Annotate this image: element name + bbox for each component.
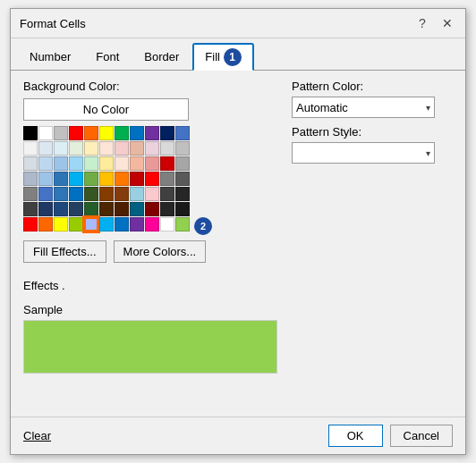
color-cell[interactable] (160, 202, 174, 216)
tab-fill[interactable]: Fill 1 (192, 43, 253, 71)
color-cell[interactable] (175, 187, 190, 201)
color-cell[interactable] (69, 172, 83, 186)
clear-button[interactable]: Clear (23, 429, 51, 442)
color-cell[interactable] (84, 202, 98, 216)
color-cell[interactable] (115, 156, 129, 171)
color-cell[interactable] (160, 217, 174, 232)
color-cell[interactable] (115, 187, 129, 201)
color-cell[interactable] (69, 156, 83, 171)
color-cell[interactable] (23, 217, 38, 232)
fill-effects-button[interactable]: Fill Effects... (23, 240, 106, 263)
color-cell[interactable] (54, 156, 68, 171)
color-cell[interactable] (175, 156, 190, 171)
color-cell[interactable] (84, 126, 98, 140)
color-cell[interactable] (115, 141, 129, 156)
pattern-color-label: Pattern Color: (292, 80, 453, 93)
format-cells-dialog: Format Cells ? ✕ Number Font Border Fill… (10, 8, 466, 455)
color-cell[interactable] (84, 156, 98, 171)
pattern-style-dropdown[interactable]: ▾ (292, 142, 435, 164)
color-cell[interactable] (130, 141, 144, 156)
color-cell[interactable] (145, 156, 159, 171)
color-cell-selected[interactable] (84, 217, 98, 232)
color-cell[interactable] (54, 141, 68, 156)
color-cell[interactable] (175, 141, 190, 156)
color-cell[interactable] (145, 141, 159, 156)
color-cell[interactable] (160, 156, 174, 171)
color-cell[interactable] (38, 156, 53, 171)
color-cell[interactable] (54, 172, 68, 186)
effects-label: Effects . (23, 279, 277, 292)
color-cell[interactable] (130, 172, 144, 186)
color-cell[interactable] (23, 156, 38, 171)
color-row-6 (23, 202, 277, 216)
color-cell[interactable] (23, 126, 38, 140)
color-cell[interactable] (23, 141, 38, 156)
color-cell[interactable] (99, 172, 114, 186)
color-cell[interactable] (160, 141, 174, 156)
color-cell[interactable] (54, 126, 68, 140)
tab-border[interactable]: Border (132, 43, 191, 71)
color-cell[interactable] (38, 217, 53, 232)
color-cell[interactable] (69, 217, 83, 232)
color-cell[interactable] (54, 217, 68, 232)
cancel-button[interactable]: Cancel (390, 425, 453, 447)
color-cell[interactable] (115, 126, 129, 140)
color-cell[interactable] (115, 172, 129, 186)
color-cell[interactable] (130, 126, 144, 140)
color-cell[interactable] (84, 172, 98, 186)
color-cell[interactable] (145, 217, 159, 232)
color-row-3 (23, 156, 277, 171)
color-cell[interactable] (54, 202, 68, 216)
color-cell[interactable] (99, 141, 114, 156)
fill-tab-badge: 1 (224, 48, 242, 66)
color-cell[interactable] (69, 187, 83, 201)
color-cell[interactable] (130, 202, 144, 216)
color-cell[interactable] (69, 126, 83, 140)
close-button[interactable]: ✕ (438, 14, 456, 32)
color-cell[interactable] (38, 141, 53, 156)
color-cell[interactable] (175, 172, 190, 186)
color-cell[interactable] (99, 202, 114, 216)
color-row-7: 2 (23, 217, 277, 235)
color-cell[interactable] (160, 187, 174, 201)
color-cell[interactable] (145, 187, 159, 201)
pattern-color-dropdown[interactable]: Automatic ▾ (292, 97, 435, 118)
color-cell[interactable] (115, 202, 129, 216)
color-cell[interactable] (69, 202, 83, 216)
color-cell[interactable] (99, 217, 114, 232)
color-cell[interactable] (84, 141, 98, 156)
color-cell[interactable] (69, 141, 83, 156)
pattern-style-label: Pattern Style: (292, 125, 453, 139)
color-cell[interactable] (54, 187, 68, 201)
color-cell[interactable] (38, 172, 53, 186)
tab-number[interactable]: Number (18, 43, 82, 71)
color-cell[interactable] (38, 202, 53, 216)
color-cell[interactable] (23, 202, 38, 216)
color-cell[interactable] (175, 126, 190, 140)
color-cell[interactable] (99, 156, 114, 171)
no-color-button[interactable]: No Color (23, 98, 189, 121)
color-cell[interactable] (115, 217, 129, 232)
color-cell[interactable] (160, 126, 174, 140)
color-cell[interactable] (175, 202, 190, 216)
color-cell[interactable] (99, 187, 114, 201)
color-cell[interactable] (130, 217, 144, 232)
color-row-5 (23, 187, 277, 201)
color-cell[interactable] (23, 172, 38, 186)
color-cell[interactable] (145, 202, 159, 216)
color-cell[interactable] (99, 126, 114, 140)
color-cell[interactable] (84, 187, 98, 201)
color-cell[interactable] (145, 172, 159, 186)
color-cell[interactable] (130, 187, 144, 201)
color-cell[interactable] (160, 172, 174, 186)
help-button[interactable]: ? (413, 14, 431, 32)
color-cell[interactable] (23, 187, 38, 201)
color-cell[interactable] (130, 156, 144, 171)
more-colors-button[interactable]: More Colors... (114, 240, 207, 263)
color-cell[interactable] (38, 126, 53, 140)
color-cell[interactable] (38, 187, 53, 201)
color-cell[interactable] (145, 126, 159, 140)
color-cell[interactable] (175, 217, 190, 232)
tab-font[interactable]: Font (84, 43, 131, 71)
ok-button[interactable]: OK (328, 425, 383, 447)
